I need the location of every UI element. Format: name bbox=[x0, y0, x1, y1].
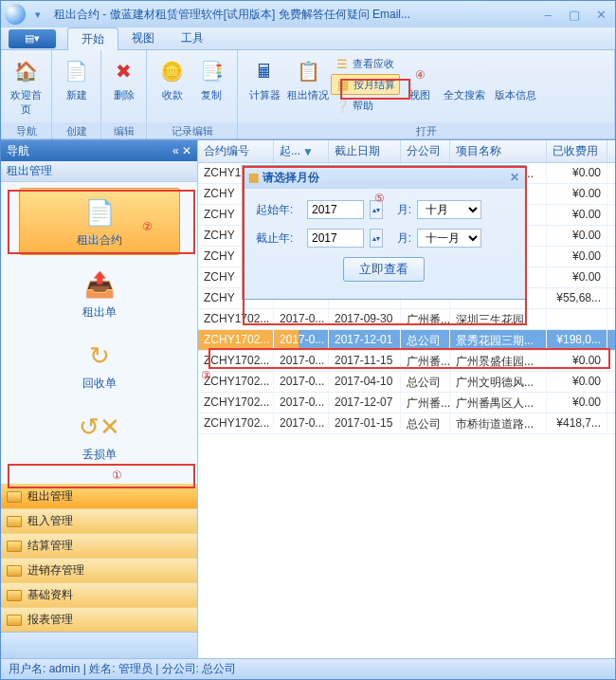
spinner-icon[interactable]: ▴▾ bbox=[370, 229, 383, 248]
export-icon: 📤 bbox=[82, 266, 118, 303]
statusbar: 用户名: admin | 姓名: 管理员 | 分公司: 总公司 bbox=[1, 658, 615, 679]
version-label: 版本信息 bbox=[495, 88, 536, 102]
col-end[interactable]: 截止日期 bbox=[329, 140, 401, 162]
delete-button[interactable]: ✖ 删除 bbox=[107, 54, 140, 122]
version-button[interactable]: 版本信息 bbox=[491, 54, 540, 122]
dialog-close-button[interactable]: ✕ bbox=[510, 171, 519, 184]
col-branch[interactable]: 分公司 bbox=[401, 140, 450, 162]
app-orb-icon[interactable] bbox=[5, 4, 26, 25]
home-button[interactable]: 🏠 欢迎首页 bbox=[7, 54, 45, 122]
cell: ¥0.00 bbox=[547, 372, 607, 392]
qat-save-icon[interactable]: ▾ bbox=[29, 6, 46, 23]
tree-loss-order[interactable]: ↺✕ 丢损单 bbox=[19, 403, 180, 469]
cell: 2017-12-07 bbox=[329, 393, 401, 413]
cell bbox=[547, 309, 607, 329]
tree-recycle-order[interactable]: ↻ 回收单 bbox=[19, 332, 180, 397]
month-dialog: ▦ 请选择月份 ✕ 起始年: ▴▾ 月: 十月 截止年: ▴▾ bbox=[242, 165, 526, 300]
cell: ¥0.00 bbox=[547, 247, 607, 266]
tab-view[interactable]: 视图 bbox=[118, 28, 168, 50]
dialog-title[interactable]: ▦ 请选择月份 ✕ bbox=[243, 166, 525, 189]
cell: 总公司 bbox=[401, 372, 450, 392]
dialog-title-text: 请选择月份 bbox=[263, 170, 319, 186]
loss-icon: ↺✕ bbox=[82, 409, 118, 445]
tab-tools[interactable]: 工具 bbox=[168, 28, 217, 50]
cell: ¥198,0... bbox=[547, 330, 607, 350]
cell: 景秀花园三期... bbox=[450, 330, 547, 350]
cell: 2017-01-15 bbox=[329, 414, 401, 433]
view-now-button[interactable]: 立即查看 bbox=[343, 257, 425, 282]
calendar-icon: ▦ bbox=[335, 77, 351, 92]
help-label: 帮助 bbox=[353, 99, 373, 113]
cell: ZCHY1702... bbox=[198, 309, 274, 329]
start-year-input[interactable] bbox=[307, 200, 364, 219]
main-content: 合约编号 起...▼ 截止日期 分公司 项目名称 已收费用 ZCHY1711..… bbox=[198, 140, 615, 658]
section-header[interactable]: 租出管理 bbox=[1, 161, 197, 182]
tree-label-2: 回收单 bbox=[82, 376, 117, 392]
file-menu-button[interactable]: ▤▾ bbox=[9, 29, 56, 48]
end-year-input[interactable] bbox=[307, 229, 364, 248]
rent-status-button[interactable]: 📋 租出情况 bbox=[287, 54, 329, 122]
cell: ¥0.00 bbox=[547, 351, 607, 371]
rent-label: 租出情况 bbox=[287, 88, 329, 102]
tab-start[interactable]: 开始 bbox=[67, 28, 118, 50]
cell: 2017-0... bbox=[274, 330, 329, 350]
group-inventory[interactable]: 进销存管理 bbox=[1, 558, 197, 582]
minimize-button[interactable]: – bbox=[537, 8, 558, 22]
cell: 2017-0... bbox=[274, 393, 329, 413]
home-icon: 🏠 bbox=[11, 56, 42, 86]
col-start[interactable]: 起...▼ bbox=[274, 140, 329, 162]
month-label-2: 月: bbox=[389, 230, 411, 247]
monthly-settle-button[interactable]: ▦ 按月结算 bbox=[331, 74, 400, 95]
nav-header: 导航 « ✕ bbox=[1, 140, 197, 161]
table-row[interactable]: ZCHY1702...2017-0...2017-09-30广州番...深圳三生… bbox=[198, 309, 615, 330]
cell: 2017-04-10 bbox=[329, 372, 401, 392]
table-row[interactable]: ZCHY1702...2017-0...2017-01-15总公司市桥街道道路.… bbox=[198, 414, 615, 434]
search-icon bbox=[449, 56, 480, 86]
nav-tree: 📄 租出合约 📤 租出单 ↻ 回收单 ↺✕ 丢损单 bbox=[1, 182, 197, 474]
group-rent-in[interactable]: 租入管理 bbox=[1, 508, 197, 533]
cell: 2017-12-01 bbox=[329, 330, 401, 350]
table-row[interactable]: ZCHY1702...2017-0...2017-12-07广州番...广州番禺… bbox=[198, 393, 615, 414]
ribbon: 🏠 欢迎首页 导航 📄 新建 创建 ✖ 删除 编辑 bbox=[1, 50, 615, 139]
new-button[interactable]: 📄 新建 bbox=[58, 54, 95, 122]
tree-rent-contract[interactable]: 📄 租出合约 bbox=[19, 188, 180, 255]
monthly-label: 按月结算 bbox=[353, 78, 395, 92]
group-reports[interactable]: 报表管理 bbox=[1, 607, 197, 632]
close-button[interactable]: ✕ bbox=[590, 8, 611, 22]
start-month-select[interactable]: 十月 bbox=[417, 200, 481, 219]
delete-icon: ✖ bbox=[109, 56, 139, 86]
table-row[interactable]: ZCHY1702...2017-0...2017-04-10总公司广州文明德风.… bbox=[198, 372, 615, 393]
help-button[interactable]: ❔ 帮助 bbox=[331, 96, 400, 115]
sidebar: 导航 « ✕ 租出管理 📄 租出合约 📤 租出单 ↻ 回收单 ↺✕ bbox=[1, 140, 198, 658]
check-receivable-button[interactable]: ☰ 查看应收 bbox=[331, 54, 400, 73]
folder-icon bbox=[7, 615, 22, 626]
table-row[interactable]: ZCHY1702...2017-0...2017-11-15广州番...广州景盛… bbox=[198, 351, 615, 372]
spinner-icon[interactable]: ▴▾ bbox=[370, 200, 383, 219]
view-label: 视图 bbox=[409, 88, 430, 102]
group-rent-out[interactable]: 租出管理 bbox=[1, 484, 197, 508]
group-settle[interactable]: 结算管理 bbox=[1, 533, 197, 558]
g5: 报表管理 bbox=[27, 612, 73, 628]
cell: 总公司 bbox=[401, 330, 450, 350]
end-month-select[interactable]: 十一月 bbox=[417, 229, 481, 248]
copy-button[interactable]: 📑 复制 bbox=[192, 54, 232, 122]
tree-label-0: 租出合约 bbox=[77, 232, 122, 248]
view-icon bbox=[405, 56, 435, 86]
view-button[interactable]: 视图 bbox=[402, 54, 438, 122]
calc-button[interactable]: 🖩 计算器 bbox=[244, 54, 285, 122]
col-project[interactable]: 项目名称 bbox=[450, 140, 547, 162]
recycle-icon: ↻ bbox=[82, 338, 118, 374]
group-basic[interactable]: 基础资料 bbox=[1, 582, 197, 607]
fulltext-search-button[interactable]: 全文搜索 bbox=[440, 54, 489, 122]
tree-rent-order[interactable]: 📤 租出单 bbox=[19, 261, 180, 326]
cell: 广州景盛佳园... bbox=[450, 351, 547, 371]
col-contract-id[interactable]: 合约编号 bbox=[198, 140, 274, 162]
maximize-button[interactable]: ▢ bbox=[564, 8, 585, 22]
table-row[interactable]: ZCHY1702...2017-0...2017-12-01总公司景秀花园三期.… bbox=[198, 330, 615, 351]
col-fee[interactable]: 已收费用 bbox=[547, 140, 607, 162]
cell: 广州番... bbox=[401, 309, 450, 329]
cell: 2017-0... bbox=[274, 351, 329, 371]
collect-button[interactable]: 🪙 收款 bbox=[153, 54, 192, 122]
cell: ¥0.00 bbox=[547, 267, 607, 287]
nav-chevron-icon[interactable]: « ✕ bbox=[172, 144, 191, 157]
